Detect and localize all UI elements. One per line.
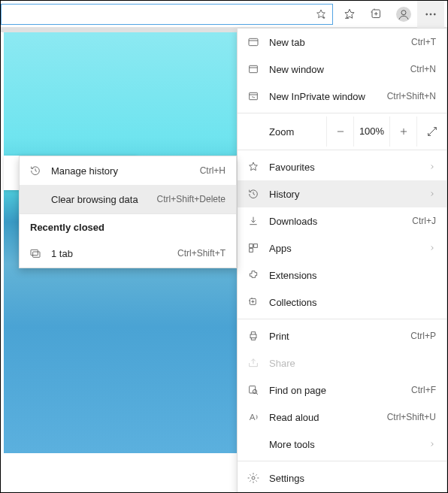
submenu-shortcut: Ctrl+Shift+T [177,248,226,259]
menu-shortcut: Ctrl+J [412,216,436,226]
menu-shortcut: Ctrl+Shift+U [387,412,436,422]
menu-shortcut: Ctrl+T [411,37,436,47]
zoom-out-button[interactable] [326,116,353,147]
menu-label: Share [269,358,436,369]
svg-rect-7 [250,65,258,72]
menu-item-read-aloud[interactable]: Read aloud Ctrl+Shift+U [238,404,446,431]
more-menu-button[interactable] [417,1,444,28]
profile-button[interactable] [390,1,417,28]
browser-toolbar [1,1,447,28]
menu-item-collections[interactable]: Collections [238,289,446,316]
menu-label: Apps [269,243,419,254]
submenu-item-clear-browsing-data[interactable]: Clear browsing data Ctrl+Shift+Delete [20,185,236,213]
address-bar[interactable] [1,4,333,25]
menu-item-extensions[interactable]: Extensions [238,262,446,289]
menu-label: Print [269,331,401,342]
menu-label: Downloads [269,216,403,227]
menu-separator [238,461,446,461]
new-tab-icon [247,36,260,48]
menu-label: More tools [269,439,419,450]
menu-item-history[interactable]: History [238,180,446,207]
menu-label: New InPrivate window [269,91,378,102]
menu-item-new-window[interactable]: New window Ctrl+N [238,56,446,83]
svg-point-16 [252,476,255,479]
svg-rect-8 [250,92,258,99]
menu-label: Favourites [269,162,419,173]
history-icon [247,188,260,200]
settings-and-more-menu: New tab Ctrl+T New window Ctrl+N New InP… [237,28,447,493]
menu-shortcut: Ctrl+F [411,385,436,395]
menu-label: Collections [269,297,436,308]
apps-icon [247,242,260,254]
menu-label: History [269,189,419,200]
svg-rect-9 [250,244,253,248]
menu-separator [238,150,446,150]
svg-rect-6 [249,38,258,45]
zoom-value: 100% [353,116,389,147]
zoom-label: Zoom [238,126,326,138]
menu-label: Settings [269,473,436,484]
menu-shortcut: Ctrl+Shift+N [387,91,436,101]
star-icon [247,161,260,173]
menu-shortcut: Ctrl+P [410,331,436,341]
menu-item-apps[interactable]: Apps [238,234,446,262]
menu-item-share: Share [238,349,446,377]
zoom-row: Zoom 100% [238,116,446,147]
menu-item-print[interactable]: Print Ctrl+P [238,322,446,349]
chevron-right-icon [428,190,436,198]
fullscreen-button[interactable] [416,116,446,147]
read-aloud-icon [247,411,260,423]
history-submenu: Manage history Ctrl+H Clear browsing dat… [19,156,237,268]
menu-separator [238,319,446,319]
svg-point-2 [426,14,428,15]
menu-label: Extensions [269,270,436,281]
svg-rect-18 [31,250,38,255]
menu-label: Find on page [269,385,402,396]
recently-closed-heading: Recently closed [20,214,236,239]
print-icon [247,330,260,342]
svg-rect-10 [254,244,258,248]
history-icon [29,165,42,177]
menu-item-downloads[interactable]: Downloads Ctrl+J [238,207,446,234]
menu-label: New tab [269,37,402,48]
svg-rect-13 [250,334,256,338]
chevron-right-icon [428,440,436,448]
collections-button[interactable] [363,1,390,28]
svg-rect-19 [33,252,40,257]
svg-point-3 [430,14,431,15]
new-window-icon [247,63,260,75]
svg-point-1 [401,10,406,14]
submenu-shortcut: Ctrl+H [200,165,226,176]
menu-item-find[interactable]: Find on page Ctrl+F [238,377,446,404]
inprivate-icon [247,90,260,102]
download-icon [247,215,260,227]
menu-shortcut: Ctrl+N [410,64,436,74]
submenu-label: 1 tab [51,248,168,259]
menu-separator [238,113,446,113]
submenu-item-manage-history[interactable]: Manage history Ctrl+H [20,156,236,185]
submenu-item-recent-tab[interactable]: 1 tab Ctrl+Shift+T [20,239,236,268]
avatar-icon [396,7,411,22]
favourites-button[interactable] [336,1,363,28]
svg-rect-11 [250,249,253,253]
menu-item-new-inprivate[interactable]: New InPrivate window Ctrl+Shift+N [238,83,446,110]
menu-label: New window [269,64,401,75]
share-icon [247,357,260,369]
svg-point-4 [434,14,435,15]
chevron-right-icon [428,244,436,252]
submenu-shortcut: Ctrl+Shift+Delete [157,194,226,204]
menu-item-settings[interactable]: Settings [238,464,446,491]
menu-item-favourites[interactable]: Favourites [238,153,446,180]
submenu-label: Clear browsing data [51,194,148,205]
window-icon [29,247,42,259]
extensions-icon [247,269,260,281]
favorite-star-add-icon[interactable] [314,8,328,20]
submenu-label: Manage history [51,165,191,177]
zoom-in-button[interactable] [389,116,416,147]
gear-icon [247,472,260,484]
menu-item-new-tab[interactable]: New tab Ctrl+T [238,29,446,56]
collections-icon [247,296,260,308]
chevron-right-icon [428,163,436,171]
find-icon [247,384,260,396]
menu-item-more-tools[interactable]: More tools [238,431,446,458]
